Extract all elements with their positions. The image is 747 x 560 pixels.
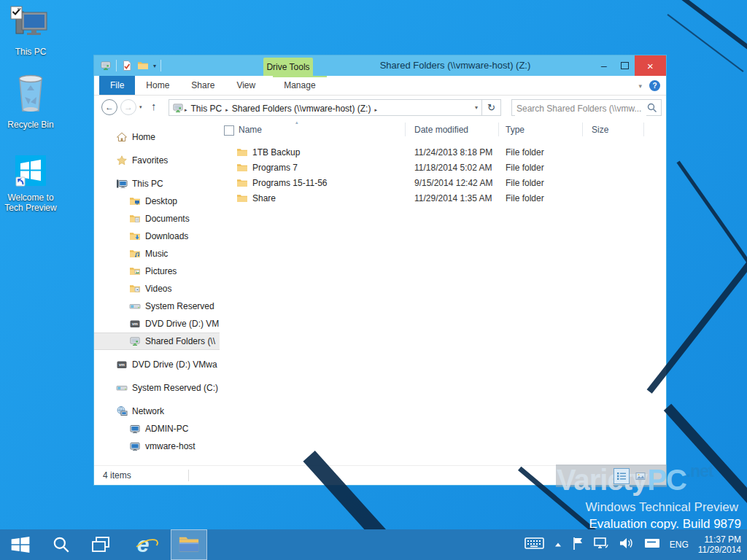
search-input[interactable] <box>515 101 646 116</box>
show-hidden-icons-chevron-icon[interactable] <box>554 538 562 551</box>
volume-icon[interactable] <box>619 536 635 553</box>
start-button[interactable] <box>4 529 36 560</box>
nav-item-music[interactable]: Music <box>94 245 220 262</box>
up-button[interactable]: ↑ <box>151 100 157 112</box>
thumbnails-view-button[interactable] <box>632 468 649 484</box>
collapse-ribbon-chevron-icon[interactable]: ▾ <box>638 82 642 90</box>
window-drive-icon <box>100 60 112 71</box>
ribbon-tab-view[interactable]: View <box>225 76 266 95</box>
nav-item-favorites[interactable]: Favorites <box>94 152 220 169</box>
watermark-edition: Windows Technical Preview <box>586 500 738 515</box>
nav-item-videos[interactable]: Videos <box>94 280 220 298</box>
nav-item-network[interactable]: Network <box>94 402 220 420</box>
taskbar: e <box>0 529 747 560</box>
network-icon[interactable] <box>593 536 609 553</box>
file-row[interactable]: Programs 15-11-569/15/2014 12:42 AMFile … <box>220 176 666 191</box>
monitor-icon <box>129 423 141 435</box>
action-center-flag-icon[interactable] <box>572 536 584 553</box>
ribbon-tab-manage[interactable]: Manage <box>273 76 326 95</box>
column-header-size[interactable]: Size <box>592 125 608 135</box>
details-view-button[interactable] <box>614 468 630 484</box>
breadcrumb-arrow-icon[interactable]: ▸ <box>184 107 188 112</box>
wallpaper-shard <box>660 0 747 65</box>
nav-item-documents[interactable]: Documents <box>94 210 220 228</box>
refresh-button[interactable]: ↻ <box>481 99 501 116</box>
nav-item-vmware-host[interactable]: vmware-host <box>94 438 220 455</box>
desktop-icon-label: Welcome to Tech Preview <box>1 192 60 213</box>
nav-item-system-reserved-c[interactable]: System Reserved (C:) <box>94 379 220 397</box>
address-field[interactable]: ▸This PC▸Shared Folders (\\vmware-host) … <box>169 99 482 116</box>
file-type: File folder <box>506 147 544 158</box>
input-language-indicator[interactable]: ENG <box>670 540 689 550</box>
nav-item-home[interactable]: Home <box>94 128 220 146</box>
ribbon-tab-file[interactable]: File <box>99 76 135 95</box>
nav-item-shared-folders[interactable]: Shared Folders (\\ <box>94 332 220 350</box>
clock[interactable]: 11:37 PM 11/29/2014 <box>698 534 746 555</box>
touch-keyboard-icon[interactable] <box>525 536 544 553</box>
file-row[interactable]: Programs 711/18/2014 5:02 AMFile folder <box>220 160 666 176</box>
minimize-button[interactable]: – <box>594 55 614 76</box>
column-header-name[interactable]: Name <box>239 125 262 135</box>
properties-icon[interactable] <box>121 60 133 71</box>
title-bar: ▾ Drive Tools Shared Folders (\\vmware-h… <box>94 55 666 76</box>
nav-item-dvd-drive-d-vmwa[interactable]: vmDVD Drive (D:) VMwa <box>94 356 220 373</box>
column-divider[interactable] <box>582 122 583 136</box>
column-divider[interactable] <box>498 122 499 136</box>
recent-locations-chevron-icon[interactable]: ▾ <box>139 104 142 110</box>
address-dropdown-chevron-icon[interactable]: ▾ <box>475 104 478 111</box>
file-explorer-icon <box>177 534 201 556</box>
desktop-icon-welcome[interactable]: Welcome to Tech Preview <box>1 153 60 213</box>
star-icon <box>116 155 128 166</box>
desktop-icon-this-pc[interactable]: This PC <box>1 6 60 57</box>
file-row[interactable]: Share11/29/2014 1:35 AMFile folder <box>220 191 666 206</box>
nav-item-admin-pc[interactable]: ADMIN-PC <box>94 420 220 438</box>
search-icon <box>647 103 657 116</box>
breadcrumb-item[interactable]: This PC <box>188 104 225 114</box>
file-explorer-button[interactable] <box>171 529 207 560</box>
search-box[interactable] <box>511 99 662 116</box>
navigation-pane: HomeFavoritesThis PCDesktopDocumentsDown… <box>94 120 220 467</box>
desktop-icon-recycle-bin[interactable]: Recycle Bin <box>1 73 60 130</box>
pc-icon <box>116 178 128 190</box>
nav-item-desktop[interactable]: Desktop <box>94 192 220 210</box>
internet-explorer-button[interactable]: e <box>125 529 160 560</box>
maximize-button[interactable] <box>614 55 635 76</box>
breadcrumb-arrow-icon[interactable]: ▸ <box>225 107 229 112</box>
file-date-modified: 11/24/2013 8:18 PM <box>414 147 492 158</box>
breadcrumb: ▸This PC▸Shared Folders (\\vmware-host) … <box>184 101 378 114</box>
column-header-type[interactable]: Type <box>506 125 525 135</box>
wallpaper-shard <box>677 160 747 324</box>
select-all-checkbox[interactable] <box>224 125 234 136</box>
column-divider[interactable] <box>405 122 406 136</box>
help-icon[interactable]: ? <box>649 80 660 91</box>
vm-icon: vm <box>116 359 128 370</box>
location-drive-icon <box>172 102 184 114</box>
desktop-icon-label: Recycle Bin <box>1 120 60 130</box>
file-list-pane: Name ▴ Date modified Type Size 1TB Backu… <box>220 120 666 467</box>
file-row[interactable]: 1TB Backup11/24/2013 8:18 PMFile folder <box>220 145 666 160</box>
breadcrumb-item[interactable]: Shared Folders (\\vmware-host) (Z:) <box>229 104 374 114</box>
drive-tools-contextual-tab[interactable]: Drive Tools <box>263 58 313 76</box>
file-name: Programs 7 <box>252 163 298 173</box>
new-folder-icon[interactable] <box>137 60 149 71</box>
ribbon-tab-share[interactable]: Share <box>180 76 225 95</box>
forward-button[interactable]: → <box>120 99 136 115</box>
breadcrumb-arrow-icon[interactable]: ▸ <box>374 107 378 112</box>
home-icon <box>116 131 128 143</box>
column-header-date[interactable]: Date modified <box>414 125 468 135</box>
column-divider[interactable] <box>643 122 644 136</box>
ribbon-tab-home[interactable]: Home <box>135 76 180 95</box>
qat-customize-chevron-icon[interactable]: ▾ <box>153 63 156 69</box>
close-button[interactable]: × <box>635 55 666 76</box>
nav-item-downloads[interactable]: Downloads <box>94 228 220 245</box>
task-view-button[interactable] <box>85 529 117 560</box>
documents-icon <box>129 213 141 225</box>
nav-item-this-pc[interactable]: This PC <box>94 175 220 192</box>
taskbar-search-button[interactable] <box>45 529 77 560</box>
language-bar-icon[interactable] <box>644 537 660 553</box>
network-icon <box>116 405 128 417</box>
back-button[interactable]: ← <box>101 99 117 115</box>
nav-item-pictures[interactable]: Pictures <box>94 262 220 280</box>
nav-item-dvd-drive-d-vm[interactable]: vmDVD Drive (D:) VM <box>94 315 220 332</box>
nav-item-system-reserved[interactable]: System Reserved <box>94 298 220 315</box>
